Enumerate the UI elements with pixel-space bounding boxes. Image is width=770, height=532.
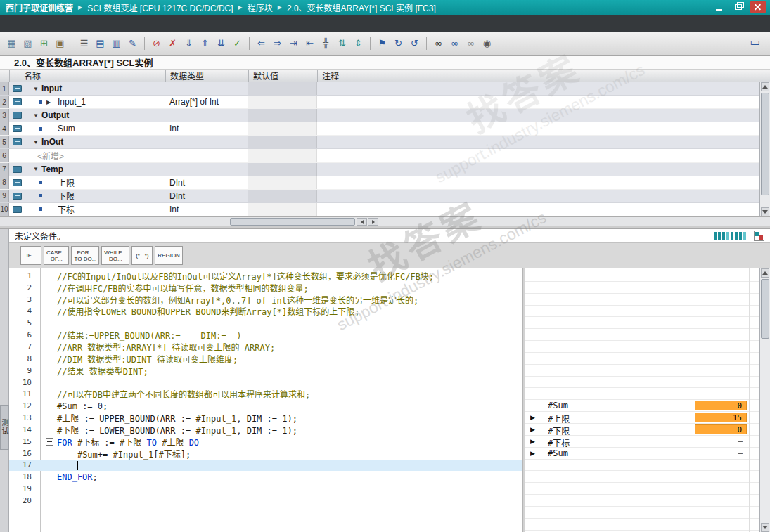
sort-descending-icon[interactable]: ⇕: [351, 36, 366, 51]
comment-cell[interactable]: [317, 109, 759, 122]
set-operand-icon[interactable]: ⇐: [254, 36, 269, 51]
comment-snippet-button[interactable]: (*...*): [131, 246, 153, 265]
code-line[interactable]: 8//DIM 数据类型:UDINT 待读取可变上限维度;: [9, 353, 522, 365]
code-text[interactable]: #Sum+= #Input_1[#下标];: [57, 448, 522, 460]
for-snippet-button[interactable]: FOR...TO DO...: [71, 246, 99, 265]
comment-cell[interactable]: [317, 163, 759, 176]
scroll-up-button[interactable]: [761, 268, 769, 278]
default-value-cell[interactable]: [248, 136, 317, 148]
code-line[interactable]: 5: [9, 317, 522, 329]
comment-cell[interactable]: [317, 82, 759, 95]
code-text[interactable]: //FC的Input/InOut以及FB的InOut可以定义Array[*]这种…: [57, 270, 522, 282]
column-header-default[interactable]: 默认值: [249, 70, 318, 82]
breadcrumb-item[interactable]: 西门子取证训练营: [6, 1, 73, 13]
edit-condition-icon[interactable]: [754, 231, 764, 241]
comment-cell[interactable]: [317, 122, 759, 135]
comment-cell[interactable]: [317, 190, 759, 202]
code-line[interactable]: 1//FC的Input/InOut以及FB的InOut可以定义Array[*]这…: [9, 270, 522, 282]
table-row[interactable]: 6<新增>: [0, 149, 759, 162]
code-text[interactable]: [57, 460, 522, 470]
name-cell[interactable]: ▼Input: [9, 82, 165, 95]
expand-all-icon[interactable]: ☰: [77, 36, 91, 51]
compile-icon[interactable]: ✓: [230, 36, 245, 51]
outdent-icon[interactable]: ⇤: [302, 36, 317, 51]
watch-value[interactable]: 15: [695, 413, 747, 422]
collapse-icon[interactable]: ▼: [33, 112, 40, 119]
datatype-cell[interactable]: [165, 82, 248, 95]
comment-cell[interactable]: [317, 176, 759, 189]
insert-row-icon[interactable]: ▦: [4, 36, 19, 51]
table-row[interactable]: 3▼Output: [0, 109, 759, 122]
scrollbar-thumb[interactable]: [230, 218, 355, 226]
reset-operand-icon[interactable]: ⇒: [270, 36, 285, 51]
breadcrumb-item[interactable]: 程序块: [248, 1, 273, 13]
code-text[interactable]: //使用指令LOWER BOUND和UPPER BOUND来判断Array[*]…: [57, 305, 522, 317]
code-line[interactable]: 18END_FOR;: [9, 471, 522, 483]
code-line[interactable]: 19: [9, 483, 522, 495]
watch-value[interactable]: 0: [695, 424, 747, 434]
table-row[interactable]: 7▼Temp: [0, 163, 759, 176]
code-text[interactable]: //可以在DB中建立两个不同长度的数组都可以用本程序来计算求和;: [57, 388, 522, 400]
comment-cell[interactable]: [317, 136, 759, 148]
name-cell[interactable]: ▼Output: [9, 109, 165, 122]
add-row-icon[interactable]: ▧: [20, 36, 35, 51]
watch-value[interactable]: –: [695, 448, 747, 458]
datatype-cell[interactable]: [165, 109, 248, 122]
while-snippet-button[interactable]: WHILE...DO...: [101, 246, 129, 265]
code-pane[interactable]: 1//FC的Input/InOut以及FB的InOut可以定义Array[*]这…: [9, 268, 522, 532]
name-cell[interactable]: Sum: [9, 122, 165, 135]
table-row[interactable]: 10下标Int: [0, 203, 759, 216]
case-snippet-button[interactable]: CASE...OF...: [44, 246, 69, 265]
table-horizontal-scrollbar[interactable]: [0, 216, 759, 226]
code-line[interactable]: 3//可以定义部分变长的数组，例如Array[*,0..7] of int这种一…: [9, 294, 522, 306]
datatype-cell[interactable]: [165, 136, 248, 148]
snapshot-icon[interactable]: ▥: [109, 36, 124, 51]
datatype-cell[interactable]: Array[*] of Int: [165, 96, 248, 108]
watch-value[interactable]: 0: [695, 401, 747, 410]
name-cell[interactable]: 下标: [9, 203, 165, 216]
split-editor-space-icon[interactable]: ▭: [750, 36, 760, 48]
delete-row-icon[interactable]: ✗: [165, 36, 180, 51]
default-value-cell[interactable]: [248, 96, 317, 108]
code-text[interactable]: //在调用FC/FB的实参中可以填写任意，数据类型相同的数组变量;: [57, 282, 522, 294]
name-cell[interactable]: ▶Input_1: [9, 96, 165, 108]
comment-cell[interactable]: [317, 96, 759, 108]
table-row[interactable]: 4SumInt: [0, 122, 759, 136]
datatype-cell[interactable]: [165, 163, 248, 176]
code-line[interactable]: 4//使用指令LOWER BOUND和UPPER BOUND来判断Array[*…: [9, 306, 522, 318]
default-value-cell[interactable]: [248, 109, 317, 122]
code-line[interactable]: 2//在调用FC/FB的实参中可以填写任意，数据类型相同的数组变量;: [9, 282, 522, 294]
code-text[interactable]: FOR #下标 := #下限 TO #上限 DO: [57, 436, 522, 448]
datatype-cell[interactable]: Int: [165, 203, 248, 216]
scrollbar-thumb[interactable]: [761, 93, 769, 195]
column-header-name[interactable]: 名称: [10, 70, 166, 82]
scroll-down-button[interactable]: [761, 207, 769, 216]
code-line[interactable]: 7//ARR 数据类型:ARRAY[*] 待读取可变上限的 ARRAY;: [9, 341, 522, 353]
default-value-cell[interactable]: [248, 176, 317, 189]
code-text[interactable]: //结果 数据类型DINT;: [57, 365, 522, 377]
code-text[interactable]: //DIM 数据类型:UDINT 待读取可变上限维度;: [57, 353, 522, 365]
comment-cell[interactable]: [317, 203, 759, 216]
scroll-right-button[interactable]: [368, 218, 378, 226]
region-snippet-button[interactable]: REGION: [155, 246, 183, 265]
name-cell[interactable]: ▼InOut: [9, 136, 165, 148]
code-line[interactable]: 9//结果 数据类型DINT;: [9, 365, 522, 377]
sort-ascending-icon[interactable]: ⇅: [335, 36, 349, 51]
code-text[interactable]: END_FOR;: [57, 472, 522, 482]
default-value-cell[interactable]: [248, 149, 317, 162]
insert-row-below-icon[interactable]: ⊞: [37, 36, 51, 51]
default-value-cell[interactable]: [248, 190, 317, 202]
modify-operand-icon[interactable]: ◉: [480, 36, 494, 51]
watch-value[interactable]: –: [695, 436, 747, 446]
reset-start-values-icon[interactable]: ▣: [53, 36, 68, 51]
edit-tags-icon[interactable]: ✎: [125, 36, 140, 51]
breadcrumb-item[interactable]: SCL数组变址 [CPU 1217C DC/DC/DC]: [87, 1, 233, 13]
table-row[interactable]: 8上限DInt: [0, 176, 759, 190]
monitor-selected-icon[interactable]: ∞: [463, 36, 478, 51]
code-line[interactable]: 15FOR #下标 := #下限 TO #上限 DO: [9, 436, 522, 448]
scroll-down-button[interactable]: [761, 523, 769, 532]
default-value-cell[interactable]: [248, 82, 317, 95]
code-text[interactable]: #Sum := 0;: [57, 401, 522, 411]
indent-icon[interactable]: ⇥: [286, 36, 301, 51]
code-line[interactable]: 17: [9, 460, 522, 472]
